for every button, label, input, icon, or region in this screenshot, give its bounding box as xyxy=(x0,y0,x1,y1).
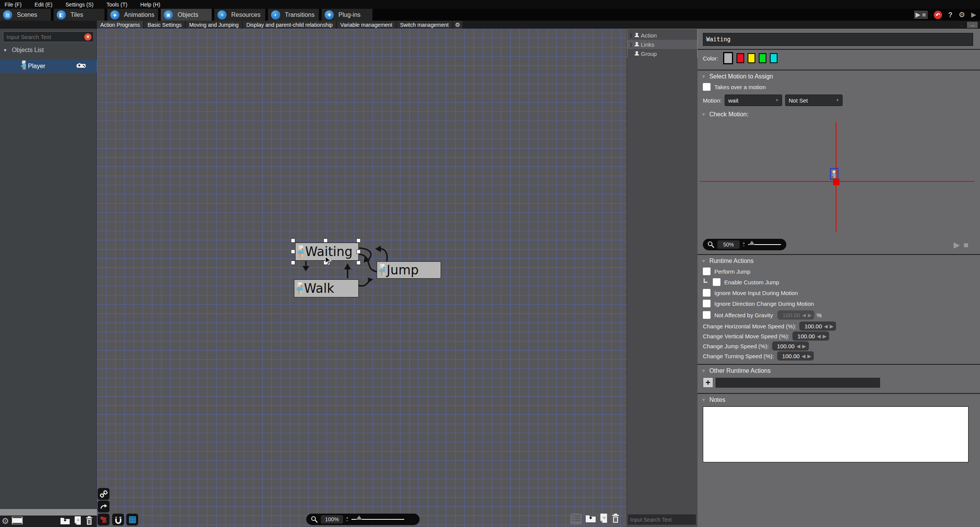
increment-icon[interactable]: ▶ xyxy=(807,353,811,359)
notes-header[interactable]: ▼ Notes xyxy=(697,394,980,405)
tab-resources[interactable]: ≡ Resources xyxy=(214,9,265,21)
increment-icon[interactable]: ▶ xyxy=(808,312,812,318)
add-page-icon[interactable] xyxy=(74,516,85,527)
back-arrow-icon[interactable]: ← xyxy=(959,22,965,28)
selection-handle[interactable] xyxy=(323,238,328,243)
tab-tiles[interactable]: ◧ Tiles xyxy=(54,9,105,21)
turning-speed-stepper[interactable]: 100.00 ◀ ▶ xyxy=(777,351,814,361)
ignore-move-input-checkbox[interactable] xyxy=(703,289,710,297)
item-group[interactable]: Group xyxy=(627,49,697,58)
jump-speed-stepper[interactable]: 100.00 ◀ ▶ xyxy=(772,341,809,351)
ignore-direction-change-checkbox[interactable] xyxy=(703,300,710,307)
zoom-stepper[interactable]: +− xyxy=(743,242,745,247)
motion-secondary-dropdown[interactable]: Not Set ▼ xyxy=(785,95,843,106)
canvas-zoom-slider[interactable] xyxy=(351,519,404,520)
decrement-icon[interactable]: ◀ xyxy=(817,333,821,339)
toolbtn-moving-jumping[interactable]: Moving and Jumping xyxy=(186,21,242,29)
gear-icon[interactable]: ⚙ xyxy=(959,11,965,18)
tab-animations[interactable]: ◈ Animations xyxy=(107,9,158,21)
toolbtn-action-programs[interactable]: Action Programs xyxy=(97,21,143,29)
delete-trash-icon[interactable] xyxy=(85,516,97,527)
motion-dropdown[interactable]: wait ▼ xyxy=(725,95,782,106)
vertical-speed-stepper[interactable]: 100.00 ◀ ▶ xyxy=(792,331,829,341)
play-button[interactable]: ▶ xyxy=(954,241,960,249)
notes-textarea[interactable] xyxy=(703,406,969,462)
node-jump[interactable]: Jump xyxy=(377,261,441,279)
add-folder-icon[interactable] xyxy=(60,516,74,526)
selection-handle[interactable] xyxy=(356,238,361,243)
add-page-icon[interactable] xyxy=(599,513,608,525)
toolbtn-variable-management[interactable]: Variable management xyxy=(337,21,396,29)
item-links[interactable]: ❭ Links xyxy=(627,40,697,49)
redo-tool-button[interactable] xyxy=(98,501,109,512)
slider-thumb[interactable] xyxy=(749,241,755,245)
decrement-icon[interactable]: ◀ xyxy=(802,353,805,359)
zoom-stepper[interactable]: +− xyxy=(346,517,348,522)
swatch-yellow[interactable] xyxy=(748,53,755,63)
link-search-input[interactable] xyxy=(628,517,699,523)
selection-handle[interactable] xyxy=(356,250,361,254)
decrement-icon[interactable]: ◀ xyxy=(824,323,828,329)
enable-custom-jump-checkbox[interactable] xyxy=(713,278,720,286)
selection-handle[interactable] xyxy=(291,250,295,254)
undo-button[interactable]: ↶ xyxy=(934,11,942,19)
horizontal-scrollbar[interactable] xyxy=(0,509,97,516)
delete-trash-icon[interactable] xyxy=(611,513,620,525)
magnet-tool-button[interactable] xyxy=(112,514,124,525)
swatch-cyan[interactable] xyxy=(770,53,777,63)
other-runtime-actions-header[interactable]: ▼ Other Runtime Actions xyxy=(697,365,980,376)
toolbtn-display-parent-child[interactable]: Display and parent-child relationship xyxy=(243,21,336,29)
grid-tool-button[interactable] xyxy=(126,514,138,525)
preview-zoom-slider[interactable] xyxy=(748,244,781,245)
objects-list-header[interactable]: ▼ Objects List xyxy=(3,47,44,54)
object-item-player[interactable]: Player xyxy=(0,60,97,73)
settings-gear-icon[interactable]: ⚙ xyxy=(2,516,9,526)
swatch-red[interactable] xyxy=(737,53,744,63)
tab-plugins[interactable]: ✚ Plug-ins xyxy=(322,9,372,21)
link-tool-button[interactable] xyxy=(98,488,109,500)
tab-scenes[interactable]: ▤ Scenes xyxy=(0,9,51,21)
gravity-checkbox[interactable] xyxy=(703,311,710,319)
item-action[interactable]: ❭ Action xyxy=(627,31,697,40)
action-program-canvas[interactable]: Waiting Jump Walk xyxy=(97,29,627,527)
tab-transitions[interactable]: ◐ Transitions xyxy=(268,9,319,21)
stop-button[interactable]: ■ xyxy=(922,11,926,18)
menu-settings[interactable]: Settings (S) xyxy=(65,2,93,8)
clear-search-icon[interactable]: ✕ xyxy=(84,33,91,41)
node-name-input[interactable] xyxy=(703,33,973,46)
add-action-button[interactable]: + xyxy=(703,377,713,388)
expand-chevron-icon[interactable]: ❭ xyxy=(627,42,634,47)
menu-tools[interactable]: Tools (T) xyxy=(106,2,127,8)
selection-handle[interactable] xyxy=(291,261,295,265)
node-walk[interactable]: Walk xyxy=(294,279,359,297)
tab-objects[interactable]: ▣ Objects xyxy=(161,9,212,21)
decrement-icon[interactable]: ◀ xyxy=(797,343,800,349)
slider-thumb[interactable] xyxy=(356,516,362,520)
add-folder-icon[interactable] xyxy=(585,514,596,524)
selection-handle[interactable] xyxy=(291,238,295,243)
list-view-icon[interactable] xyxy=(570,514,582,524)
runtime-actions-header[interactable]: ▼ Runtime Actions xyxy=(697,255,980,266)
toolbtn-basic-settings[interactable]: Basic Settings xyxy=(144,21,185,29)
increment-icon[interactable]: ▶ xyxy=(802,343,806,349)
advance-button[interactable]: ▶ xyxy=(971,11,976,18)
menu-file[interactable]: File (F) xyxy=(5,2,21,8)
takes-over-checkbox[interactable] xyxy=(703,83,710,91)
runtime-action-slot[interactable] xyxy=(715,378,880,388)
menu-help[interactable]: Help (H) xyxy=(140,2,160,8)
check-motion-header[interactable]: ▼ Check Motion: xyxy=(697,108,980,119)
play-button[interactable]: ▶ xyxy=(916,11,921,18)
menu-edit[interactable]: Edit (E) xyxy=(34,2,52,8)
swatch-gray[interactable] xyxy=(723,52,733,64)
select-motion-header[interactable]: ▼ Select Motion to Assign xyxy=(697,70,980,82)
perform-jump-checkbox[interactable] xyxy=(703,268,710,275)
selection-handle[interactable] xyxy=(356,261,361,265)
forward-arrow-icon[interactable]: → xyxy=(967,22,978,28)
curtain-tool-button[interactable] xyxy=(98,514,109,525)
increment-icon[interactable]: ▶ xyxy=(830,323,833,329)
increment-icon[interactable]: ▶ xyxy=(823,333,826,339)
toolbtn-switch-management[interactable]: Switch management xyxy=(397,21,452,29)
help-icon[interactable]: ? xyxy=(948,11,952,18)
horizontal-speed-stepper[interactable]: 100.00 ◀ ▶ xyxy=(799,321,836,331)
swatch-green[interactable] xyxy=(759,53,766,63)
